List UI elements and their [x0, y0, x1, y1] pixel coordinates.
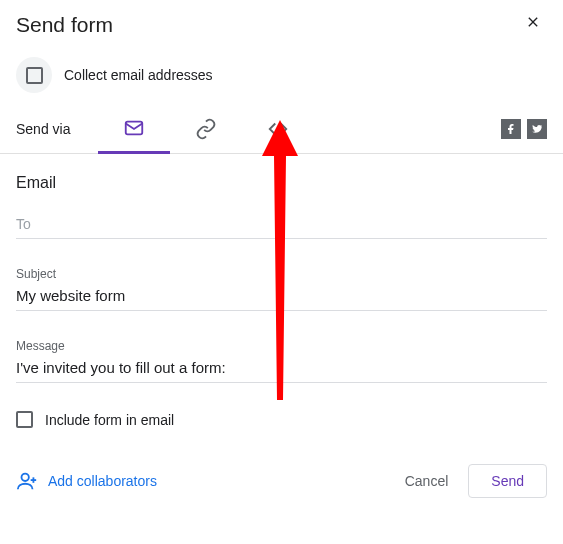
subject-input[interactable]: [16, 285, 547, 310]
add-collaborators-button[interactable]: Add collaborators: [16, 470, 157, 492]
message-input[interactable]: [16, 357, 547, 382]
collect-email-label: Collect email addresses: [64, 67, 213, 83]
tab-embed[interactable]: [242, 106, 314, 152]
link-icon: [195, 118, 217, 140]
message-label: Message: [16, 339, 547, 353]
include-form-label: Include form in email: [45, 412, 174, 428]
checkbox-icon: [26, 67, 43, 84]
send-button[interactable]: Send: [468, 464, 547, 498]
subject-label: Subject: [16, 267, 547, 281]
tab-email[interactable]: [98, 105, 170, 154]
to-input[interactable]: [16, 214, 547, 238]
close-button[interactable]: [519, 8, 547, 41]
email-section-title: Email: [16, 174, 547, 192]
tab-link[interactable]: [170, 106, 242, 152]
share-facebook-button[interactable]: [501, 119, 521, 139]
add-person-icon: [16, 470, 38, 492]
dialog-title: Send form: [16, 13, 113, 37]
include-form-checkbox[interactable]: [16, 411, 33, 428]
twitter-icon: [531, 123, 543, 135]
embed-icon: [267, 118, 289, 140]
cancel-button[interactable]: Cancel: [395, 465, 459, 497]
collect-email-checkbox[interactable]: [16, 57, 52, 93]
email-icon: [123, 117, 145, 139]
svg-point-1: [22, 474, 29, 481]
close-icon: [525, 14, 541, 30]
facebook-icon: [505, 123, 517, 135]
add-collaborators-label: Add collaborators: [48, 473, 157, 489]
share-twitter-button[interactable]: [527, 119, 547, 139]
send-via-label: Send via: [16, 109, 70, 149]
